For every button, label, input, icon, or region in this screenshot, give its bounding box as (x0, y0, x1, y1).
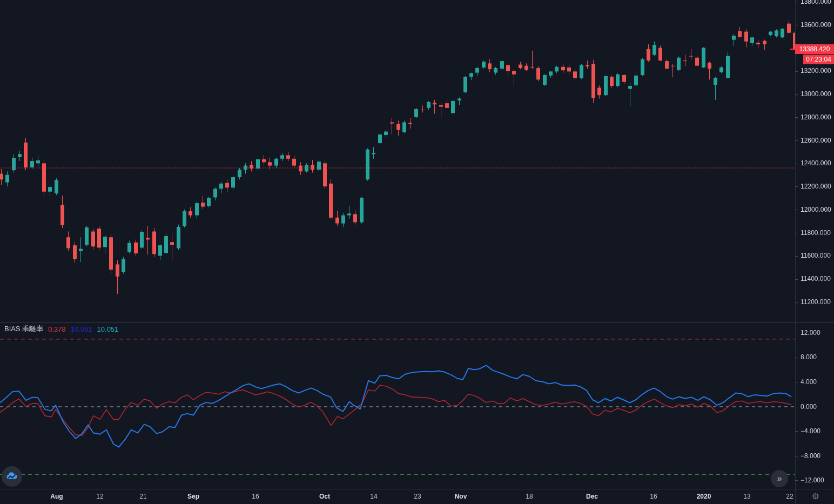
indicator-legend: BIAS 乖離率 0.378 10.051 10.051 (4, 324, 118, 334)
price-axis-label: 13000.000 (795, 90, 831, 98)
price-axis-label: 13600.000 (795, 21, 831, 29)
time-axis-label: 18 (526, 493, 533, 500)
price-axis-label: 12400.000 (795, 159, 831, 167)
time-axis-label: 14 (370, 493, 377, 500)
price-axis-label: 12200.000 (795, 183, 831, 190)
logo-icon (5, 470, 18, 483)
price-axis-label: 13200.000 (795, 67, 831, 75)
time-axis-label: 21 (139, 493, 146, 500)
logo-button[interactable] (2, 466, 22, 487)
time-axis-label: 13 (743, 493, 750, 500)
last-price-label: 13388.420 (795, 44, 834, 54)
indicator-value-cyan: 10.051 (97, 325, 119, 333)
price-axis-label: 11400.000 (795, 275, 831, 283)
collapse-button[interactable]: » (771, 470, 788, 487)
time-axis-label: 12 (96, 493, 103, 500)
indicator-axis-label: 8.000 (795, 353, 817, 361)
chart-canvas[interactable] (0, 0, 834, 504)
time-axis-label: 22 (786, 493, 793, 500)
time-axis-label: Sep (187, 493, 199, 500)
indicator-axis-label: 0.000 (795, 403, 817, 411)
trading-chart-app: 13800.00013600.00013400.00013200.0001300… (0, 0, 834, 504)
time-axis-label: Dec (586, 493, 598, 500)
time-axis-label: Oct (319, 493, 330, 500)
pane-separator[interactable] (0, 322, 834, 323)
gear-icon[interactable]: ⚙ (810, 490, 822, 502)
countdown-label: 07:23:04 (803, 55, 834, 64)
indicator-axis-label: 4.000 (795, 378, 817, 386)
indicator-axis-label: −8.000 (795, 452, 820, 460)
indicator-axis-label: 12.000 (795, 329, 820, 337)
time-axis-label: 16 (252, 493, 259, 500)
time-axis-label: 23 (414, 493, 421, 500)
indicator-value-red: 0.378 (48, 325, 66, 333)
indicator-title: BIAS 乖離率 (4, 324, 43, 334)
price-axis-label: 11600.000 (795, 252, 831, 259)
indicator-value-blue: 10.051 (71, 325, 92, 333)
time-axis-border (0, 489, 834, 489)
indicator-axis-label: −12.000 (795, 476, 824, 484)
double-chevron-right-icon: » (777, 474, 782, 483)
price-axis-label: 12600.000 (795, 137, 831, 144)
time-axis-label: 2020 (697, 493, 711, 500)
price-axis-label: 11800.000 (795, 229, 831, 237)
time-axis-label: Nov (455, 493, 467, 500)
time-axis-label: 16 (650, 493, 657, 500)
price-axis-label: 13800.000 (795, 0, 831, 5)
price-axis-label: 12000.000 (795, 206, 831, 213)
price-axis-label: 12800.000 (795, 113, 831, 121)
time-axis-label: Aug (50, 493, 63, 500)
indicator-axis-label: −4.000 (795, 427, 820, 435)
price-axis-label: 11200.000 (795, 298, 831, 306)
